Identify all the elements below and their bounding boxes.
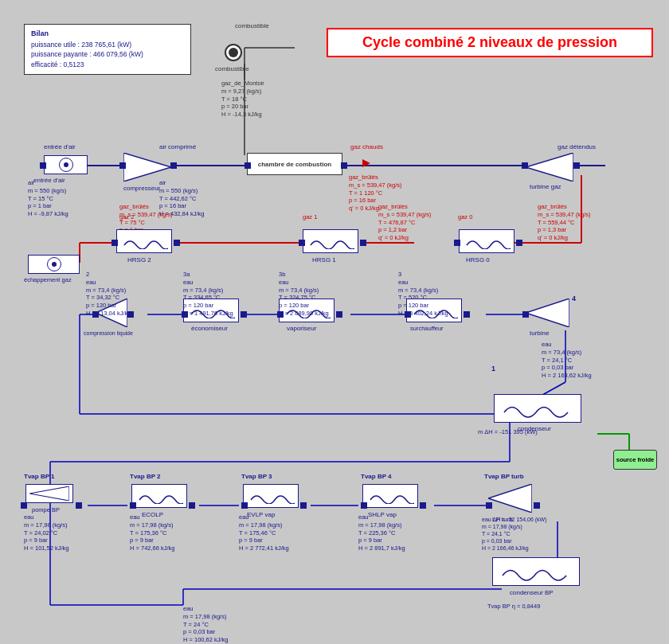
compression-liquide-label: compression liquide <box>84 330 133 337</box>
connector-sq-18 <box>277 311 284 318</box>
tvap-bp4-label: Tvap BP 4 <box>361 473 392 481</box>
chambre-combustion-box: chambre de combustion <box>247 153 342 175</box>
connector-sq-32 <box>534 502 540 509</box>
bilan-line2: puissance payante : 466 079,56 (kW) <box>31 49 184 60</box>
chambre-label: chambre de combustion <box>258 161 331 168</box>
turbine-gaz-shape <box>526 153 573 183</box>
turbine-hp-label: turbine <box>530 330 549 338</box>
compresseur-label: compresseur <box>123 185 160 193</box>
eau-bp-turb-state: eau ΔH = -32 154,06 (kW) m = 17,98 (kg/s… <box>482 516 547 552</box>
svg-marker-42 <box>526 299 569 327</box>
eau-bp2-state: eau m = 17,98 (kg/s) T = 175,36 °C p = 9… <box>130 513 175 552</box>
tvap-bp2-label: Tvap BP 2 <box>130 473 161 481</box>
source-froide-box: source froide <box>613 450 657 470</box>
eau-bottom-state: eau m = 17,98 (kg/s) T = 24 °C p = 0,03 … <box>183 605 229 644</box>
hrsg0-label: HRSG 0 <box>466 256 490 264</box>
connector-sq-9 <box>174 240 180 246</box>
connector-sq-2 <box>119 162 126 169</box>
eau-bp1-state: eau m = 17,98 (kg/s) T = 24,02 °C p = 9 … <box>24 513 69 552</box>
connector-sq-1 <box>40 162 46 169</box>
connector-sq-7 <box>573 162 580 169</box>
source-froide-label: source froide <box>616 456 655 463</box>
diagram-title: Cycle combiné 2 niveaux de pression <box>327 28 653 57</box>
connector-sq-15 <box>127 311 134 318</box>
connector-sq-30 <box>420 502 426 509</box>
connector-sq-22 <box>522 311 529 318</box>
point1-label: 1 <box>491 365 495 374</box>
connector-sq-3 <box>170 162 177 169</box>
turbine-hp-shape <box>526 299 569 329</box>
turbine-gaz-label: turbine gaz <box>530 183 561 191</box>
connector-sq-5 <box>341 162 347 169</box>
pompe-bp-box <box>25 484 73 503</box>
gaz-brules-hrsg0-state: gaz_brûlés m_s = 539,47 (kg/s) T = 559,4… <box>538 203 591 242</box>
connector-sq-28 <box>300 502 307 509</box>
connector-sq-20 <box>405 311 411 318</box>
connector-sq-11 <box>360 240 366 246</box>
lp-turb-shape <box>488 484 532 513</box>
surchauffeur-label: surchauffeur <box>410 325 444 333</box>
eau-bp4-state: eau m = 17,98 (kg/s) T = 225,36 °C p = 9… <box>358 513 405 552</box>
combustible-box-label: combustible <box>215 65 249 73</box>
shlp-vap-box <box>362 484 418 508</box>
eau3-state: 3 eau m = 73,4 (kg/s) T = 520 °C p = 120… <box>398 271 448 318</box>
gaz-brules-hrsg1-state: gaz_brûlés m_s = 539,47 (kg/s) T = 476,8… <box>378 203 432 242</box>
connector-sq-4 <box>245 162 251 169</box>
combustible-circle <box>225 44 242 61</box>
bilan-line1: puissance utile : 238 765,61 (kW) <box>31 40 184 50</box>
connector-sq-14 <box>92 311 99 318</box>
connector-sq-27 <box>241 502 248 509</box>
connector-sq-25 <box>130 502 136 509</box>
echappement-label: échappement gaz <box>24 276 72 284</box>
connector-sq-26 <box>189 502 195 509</box>
connector-sq-23 <box>21 502 27 509</box>
eau-bp3-state: eau m = 17,98 (kg/s) T = 175,46 °C p = 9… <box>239 513 289 552</box>
bilan-title: Bilan <box>31 29 184 40</box>
gaz-detendus-label: gaz détendus <box>558 143 596 151</box>
hrsg2-label: HRSG 2 <box>127 256 151 264</box>
svg-marker-40 <box>526 153 573 181</box>
tvap-bp-turb-label: Tvap BP turb <box>484 473 524 481</box>
condenseur-hp-box <box>494 394 581 423</box>
vaporiseur-label: vaporiseur <box>287 325 316 333</box>
svg-marker-39 <box>123 153 171 181</box>
connector-sq-16 <box>182 311 188 318</box>
air-comprime-label: air comprimé <box>159 143 196 151</box>
condenseur-bp-label: condenseur BP <box>510 589 554 597</box>
svg-marker-43 <box>29 486 69 501</box>
combustible-top-label: combustible <box>235 22 269 30</box>
montoir-state: gaz_de_Montoir m = 9,27 (kg/s) T = 18 °C… <box>221 80 264 119</box>
echappement-box <box>28 255 80 274</box>
connector-sq-21 <box>464 311 470 318</box>
eau2-state: 2 eau m = 73,4 (kg/s) T = 34,32 °C p = 1… <box>86 271 131 318</box>
eau4-state: eau m = 73,4 (kg/s) T = 24,1 °C p = 0,03… <box>542 341 592 380</box>
condenseur-state: m ΔH = -151 395 (kW) <box>478 428 538 436</box>
entree-air-top-label: entrée d'air <box>44 143 76 151</box>
gaz-chauds-label: gaz chauds <box>350 143 383 151</box>
condenseur-bp-box <box>492 557 580 586</box>
connector-sq-12 <box>454 240 460 246</box>
gaz2-label: gaz 2 <box>119 213 134 221</box>
connector-sq-24 <box>76 502 82 509</box>
svg-marker-37 <box>362 159 370 167</box>
bilan-box: Bilan puissance utile : 238 765,61 (kW) … <box>24 24 191 75</box>
point4-label: 4 <box>572 295 576 304</box>
connector-sq-29 <box>361 502 367 509</box>
entree-air-box <box>44 155 88 174</box>
tvap-bp1-label: Tvap BP 1 <box>24 473 55 481</box>
eau3a-state: 3a eau m = 73,4 (kg/s) T = 334,65 °C p =… <box>183 271 233 318</box>
hrsg2-box <box>116 229 172 253</box>
air-in-state: air m = 550 (kg/s) T = 15 °C p = 1 bar H… <box>28 179 68 218</box>
connector-sq-13 <box>516 240 522 246</box>
gaz0-label: gaz 0 <box>458 213 472 221</box>
connector-sq-17 <box>241 311 247 318</box>
bilan-line3: efficacité : 0,5123 <box>31 60 184 70</box>
connector-sq-10 <box>299 240 305 246</box>
connector-sq-31 <box>486 502 492 509</box>
tvap-bp-eta: Tvap BP η = 0,8449 <box>487 603 540 611</box>
economiseur-label: économiseur <box>191 325 228 333</box>
tvap-bp3-label: Tvap BP 3 <box>241 473 272 481</box>
evlp-vap-box <box>243 484 299 508</box>
gaz1-label: gaz 1 <box>303 213 317 221</box>
connector-sq-19 <box>336 311 342 318</box>
